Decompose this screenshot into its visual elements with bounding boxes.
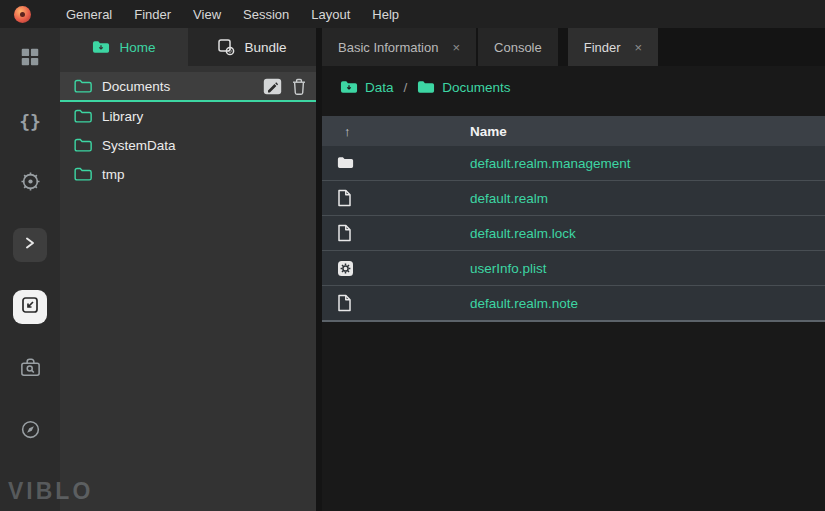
- tab-label: Home: [119, 40, 155, 55]
- table-header: ↑ Name: [322, 116, 825, 146]
- file-icon: [337, 224, 352, 242]
- file-name: default.realm: [470, 191, 548, 206]
- file-panel: Home Bundle DocumentsLibrarySystemDatatm…: [60, 28, 316, 511]
- table-row[interactable]: default.realm.note: [322, 286, 825, 322]
- viblo-watermark: VIBLO: [8, 478, 93, 505]
- menu-items: GeneralFinderViewSessionLayoutHelp: [55, 7, 410, 22]
- tree-item-label: Library: [102, 109, 143, 124]
- terminal-icon: [20, 233, 40, 257]
- tree-item-library[interactable]: Library: [60, 102, 316, 131]
- folder-icon: [74, 167, 92, 182]
- edit-icon[interactable]: [263, 78, 282, 95]
- breadcrumb-label: Documents: [442, 80, 510, 95]
- close-tab-icon[interactable]: ×: [635, 40, 643, 55]
- folder-icon: [340, 80, 358, 95]
- tab-basic-information[interactable]: Basic Information×: [322, 28, 476, 66]
- menu-item-layout[interactable]: Layout: [300, 7, 361, 22]
- breadcrumb-item-documents[interactable]: Documents: [417, 80, 510, 95]
- file-icon: [337, 189, 352, 207]
- tab-label: Finder: [584, 40, 621, 55]
- table-row[interactable]: default.realm.lock: [322, 216, 825, 251]
- sidebar-item-dashboard[interactable]: [13, 42, 47, 76]
- sidebar-item-finder[interactable]: [13, 290, 47, 324]
- folder-tree: DocumentsLibrarySystemDatatmp: [60, 66, 316, 189]
- app-logo-icon: [14, 6, 31, 23]
- folder-icon: [337, 156, 354, 170]
- table-body: default.realm.managementdefault.realmdef…: [322, 146, 825, 322]
- dashboard-icon: [19, 46, 41, 72]
- device-finder-icon: [20, 295, 40, 319]
- tab-finder[interactable]: Finder×: [568, 28, 658, 66]
- menu-item-help[interactable]: Help: [361, 7, 410, 22]
- tab-home[interactable]: Home: [60, 28, 188, 66]
- compass-icon: [19, 418, 42, 445]
- tree-item-tmp[interactable]: tmp: [60, 160, 316, 189]
- delete-icon[interactable]: [292, 78, 306, 95]
- tab-label: Basic Information: [338, 40, 438, 55]
- file-name: userInfo.plist: [470, 261, 547, 276]
- menu-item-view[interactable]: View: [182, 7, 232, 22]
- close-tab-icon[interactable]: ×: [452, 40, 460, 55]
- file-name: default.realm.note: [470, 296, 578, 311]
- name-column-header[interactable]: Name: [470, 124, 507, 139]
- sort-column-header[interactable]: ↑: [322, 124, 470, 139]
- tab-bundle[interactable]: Bundle: [188, 28, 316, 66]
- tab-label: Console: [494, 40, 542, 55]
- menu-item-finder[interactable]: Finder: [123, 7, 182, 22]
- table-row[interactable]: userInfo.plist: [322, 251, 825, 286]
- folder-icon: [74, 79, 92, 94]
- table-row[interactable]: default.realm.management: [322, 146, 825, 181]
- main-area: Basic Information×ConsoleFinder× Data / …: [316, 28, 825, 511]
- braces-icon: {}: [19, 111, 41, 132]
- file-name: default.realm.lock: [470, 226, 576, 241]
- table-row[interactable]: default.realm: [322, 181, 825, 216]
- main-tab-bar: Basic Information×ConsoleFinder×: [322, 28, 825, 66]
- icon-rail: {}: [0, 28, 60, 511]
- breadcrumb-label: Data: [365, 80, 394, 95]
- tab-label: Bundle: [244, 40, 286, 55]
- file-name: default.realm.management: [470, 156, 631, 171]
- tree-item-label: SystemData: [102, 138, 176, 153]
- breadcrumb-separator: /: [404, 80, 408, 95]
- breadcrumb: Data / Documents: [322, 66, 825, 108]
- menu-item-general[interactable]: General: [55, 7, 123, 22]
- sidebar-item-network[interactable]: [13, 166, 47, 200]
- tree-item-documents[interactable]: Documents: [60, 72, 316, 102]
- folder-icon: [74, 138, 92, 153]
- panel-tabs: Home Bundle: [60, 28, 316, 66]
- bundle-icon: [217, 38, 235, 56]
- sidebar-item-terminal[interactable]: [13, 228, 47, 262]
- home-folder-icon: [92, 40, 110, 55]
- breadcrumb-item-data[interactable]: Data: [340, 80, 394, 95]
- plist-icon: [337, 260, 354, 277]
- tree-item-label: Documents: [102, 79, 170, 94]
- tree-item-label: tmp: [102, 167, 125, 182]
- menu-bar: GeneralFinderViewSessionLayoutHelp: [0, 0, 825, 28]
- menu-item-session[interactable]: Session: [232, 7, 300, 22]
- gear-circle-icon: [19, 170, 42, 197]
- tab-console[interactable]: Console: [478, 28, 558, 66]
- tree-item-systemdata[interactable]: SystemData: [60, 131, 316, 160]
- file-icon: [337, 294, 352, 312]
- sidebar-item-json[interactable]: {}: [13, 104, 47, 138]
- file-table: ↑ Name default.realm.managementdefault.r…: [322, 116, 825, 322]
- sidebar-item-case-search[interactable]: [13, 352, 47, 386]
- folder-icon: [417, 80, 435, 95]
- sort-arrow-icon: ↑: [344, 124, 351, 139]
- sidebar-item-compass[interactable]: [13, 414, 47, 448]
- case-search-icon: [19, 356, 42, 383]
- folder-icon: [74, 109, 92, 124]
- app-window: GeneralFinderViewSessionLayoutHelp {}: [0, 0, 825, 511]
